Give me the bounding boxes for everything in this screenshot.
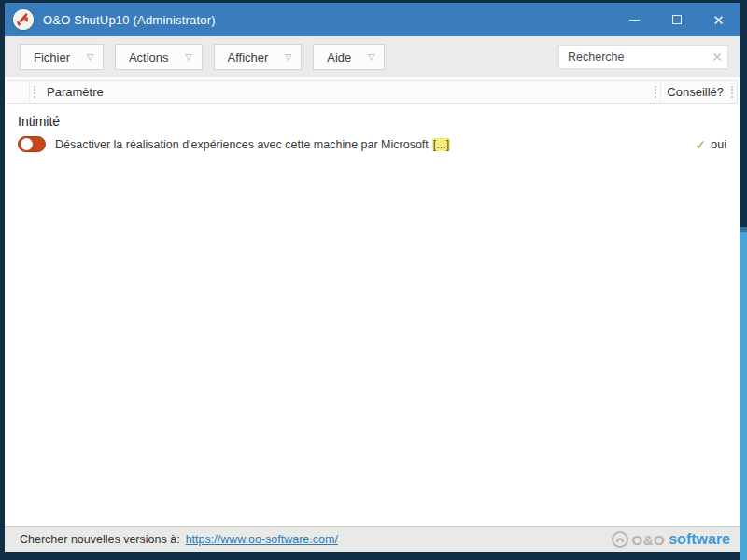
section-title: Intimité	[18, 114, 726, 129]
search-input[interactable]	[558, 45, 728, 69]
brand-logo: O&O software	[611, 530, 730, 549]
menu-afficher-label: Afficher	[228, 50, 269, 64]
oo-logo-icon	[611, 530, 629, 549]
header-spacer-cell[interactable]	[7, 81, 30, 103]
setting-label-highlight[interactable]: [...]	[432, 138, 450, 151]
maximize-icon	[672, 15, 682, 24]
toggle-knob	[21, 138, 33, 150]
menu-aide-label: Aide	[327, 50, 351, 64]
close-icon: ✕	[712, 13, 725, 27]
column-header-parametre[interactable]: Paramètre	[39, 81, 651, 103]
recommended-cell: ✓ oui	[696, 137, 726, 152]
menu-aide[interactable]: Aide ▽	[313, 44, 385, 70]
menu-fichier-label: Fichier	[34, 50, 70, 64]
table-header: Paramètre Conseillé?	[7, 80, 738, 104]
menu-bar: Fichier ▽ Actions ▽ Afficher ▽ Aide ▽ ✕	[5, 36, 740, 77]
search-box: ✕	[558, 45, 728, 69]
chevron-down-icon: ▽	[186, 53, 192, 62]
window-controls: ✕	[613, 3, 740, 36]
update-link[interactable]: https://www.oo-software.com/	[186, 533, 338, 546]
setting-row: Désactiver la réalisation d'expériences …	[18, 136, 726, 152]
menu-actions-label: Actions	[129, 50, 169, 64]
window-title: O&O ShutUp10 (Administrator)	[43, 13, 216, 27]
search-clear-icon[interactable]: ✕	[712, 50, 723, 63]
column-resize-grip[interactable]	[34, 86, 35, 98]
minimize-icon	[629, 20, 640, 21]
background-window-edge	[740, 227, 747, 560]
chevron-down-icon: ▽	[368, 53, 374, 62]
menu-actions[interactable]: Actions ▽	[115, 44, 203, 70]
window-frame: O&O ShutUp10 (Administrator) ✕ Fichier ▽…	[0, 0, 747, 560]
minimize-button[interactable]	[613, 3, 655, 36]
brand-software-text: software	[669, 531, 730, 548]
column-resize-grip[interactable]	[655, 86, 656, 98]
status-bar: Chercher nouvelles versions à: https://w…	[5, 526, 740, 552]
update-check-text: Chercher nouvelles versions à:	[20, 533, 180, 546]
setting-label-text: Désactiver la réalisation d'expériences …	[55, 138, 429, 151]
check-icon: ✓	[696, 137, 707, 152]
column-resize-grip[interactable]	[731, 86, 733, 98]
setting-toggle[interactable]	[18, 136, 46, 152]
maximize-button[interactable]	[655, 3, 698, 36]
close-button[interactable]: ✕	[698, 3, 740, 36]
column-header-conseille[interactable]: Conseillé?	[660, 81, 727, 103]
column-header-parametre-label: Paramètre	[47, 85, 104, 99]
recommended-value: oui	[711, 138, 726, 151]
column-header-conseille-label: Conseillé?	[667, 85, 724, 99]
settings-list: Intimité Désactiver la réalisation d'exp…	[5, 104, 740, 526]
app-logo-icon	[13, 9, 34, 30]
app-window: O&O ShutUp10 (Administrator) ✕ Fichier ▽…	[5, 3, 740, 552]
menu-afficher[interactable]: Afficher ▽	[214, 44, 303, 70]
chevron-down-icon: ▽	[285, 53, 291, 62]
title-bar: O&O ShutUp10 (Administrator) ✕	[5, 3, 740, 36]
chevron-down-icon: ▽	[87, 53, 93, 62]
brand-oo-text: O&O	[632, 532, 666, 548]
menu-fichier[interactable]: Fichier ▽	[20, 44, 104, 70]
setting-label: Désactiver la réalisation d'expériences …	[55, 138, 450, 151]
